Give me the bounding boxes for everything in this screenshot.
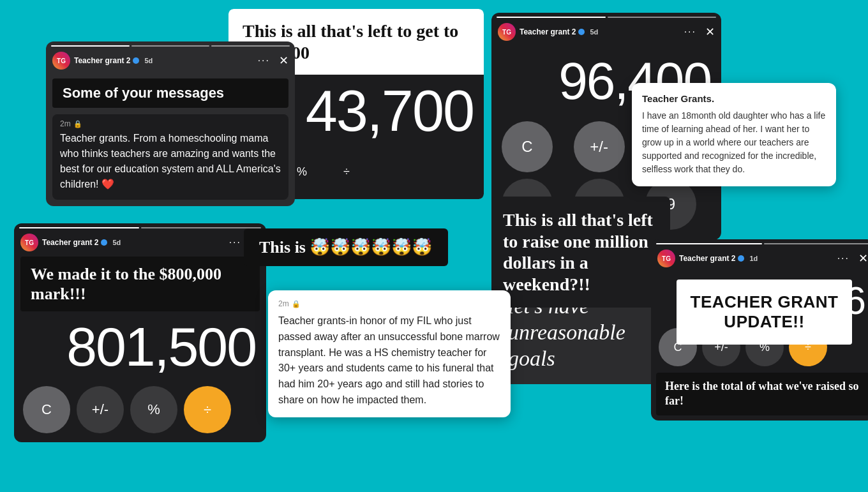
verified-badge-8: ✔: [738, 255, 744, 262]
progress-bar-4a: [19, 227, 139, 228]
progress-bar-1: [51, 45, 130, 47]
story-close-3[interactable]: ✕: [705, 25, 715, 39]
this-is-text: This is 🤯🤯🤯🤯🤯🤯: [259, 237, 433, 257]
card-message-6: 2m Teacher grants-in honor of my FIL who…: [268, 290, 511, 417]
card-story-1: TG Teacher grant 2 ✔ 5d ··· ✕ Some of yo…: [46, 41, 295, 206]
message-card-1: 2m Teacher grants. From a homeschooling …: [52, 114, 288, 200]
calc-btn-pm-4[interactable]: +/-: [77, 386, 124, 433]
calc-btn-pct-4[interactable]: %: [130, 386, 177, 433]
avatar-3: TG: [498, 23, 516, 41]
calc-btn-c-3[interactable]: C: [502, 121, 553, 172]
progress-bar-3b: [608, 17, 717, 18]
story-menu-8[interactable]: ···: [837, 253, 849, 264]
verified-badge-1: ✔: [133, 57, 139, 64]
calc-number-801k: 801,500: [14, 311, 266, 382]
story-8-bottom-text: Here is the total of what we've raised s…: [665, 379, 860, 409]
username-8: Teacher grant 2 ✔ 1d: [679, 254, 758, 263]
story-menu-3[interactable]: ···: [684, 26, 696, 38]
username-1: Teacher grant 2 ✔ 5d: [74, 56, 153, 65]
card4-title: We made it to the $800,000 mark!!!: [20, 257, 260, 311]
card-this-is: This is 🤯🤯🤯🤯🤯🤯: [244, 228, 448, 266]
story-title-1: Some of your messages: [52, 78, 288, 108]
story-close-1[interactable]: ✕: [279, 54, 288, 68]
avatar-1: TG: [52, 52, 70, 70]
progress-bar-8a: [656, 243, 762, 244]
verified-badge-3: ✔: [578, 29, 585, 35]
calc-btn-pm-3[interactable]: +/-: [574, 121, 625, 172]
progress-bar-3a: [497, 17, 606, 18]
card-teacher-grant-update: TEACHER GRANT UPDATE!!: [677, 280, 852, 345]
million-text: This is all that's left to raise one mil…: [503, 209, 659, 295]
story-menu-4[interactable]: ···: [229, 237, 241, 248]
update-text: TEACHER GRANT UPDATE!!: [689, 292, 839, 332]
msg-popup-title: Teacher Grants.: [642, 93, 826, 104]
card-story-4: TG Teacher grant 2 ✔ 5d ··· ✕ We made it…: [14, 223, 266, 442]
message-popup-3: Teacher Grants. I have an 18month old da…: [632, 83, 836, 186]
story-menu-1[interactable]: ···: [258, 55, 270, 66]
msg-popup-text: I have an 18month old daughter who has a…: [642, 109, 826, 176]
calc-btn-div-4[interactable]: ÷: [184, 386, 231, 433]
calc-btn-c-4[interactable]: C: [23, 386, 70, 433]
progress-bar-4b: [141, 227, 261, 228]
lock-icon-6: [292, 299, 301, 308]
progress-bar-2: [131, 45, 210, 47]
calc-btn-divide-900k[interactable]: ÷: [328, 153, 365, 190]
progress-bar-3: [211, 45, 290, 47]
username-3: Teacher grant 2 ✔ 5d: [520, 27, 598, 36]
progress-bar-8b: [764, 243, 869, 244]
story-close-8[interactable]: ✕: [858, 251, 868, 265]
card-million-text: This is all that's left to raise one mil…: [491, 197, 670, 308]
avatar-8: TG: [657, 250, 675, 267]
message-text-6: Teacher grants-in honor of my FIL who ju…: [278, 313, 500, 408]
verified-badge-4: ✔: [101, 239, 107, 246]
avatar-4: TG: [20, 234, 38, 251]
lock-icon-1: [73, 119, 82, 128]
message-text-1: Teacher grants. From a homeschooling mam…: [52, 131, 288, 200]
username-4: Teacher grant 2 ✔ 5d: [42, 238, 121, 247]
